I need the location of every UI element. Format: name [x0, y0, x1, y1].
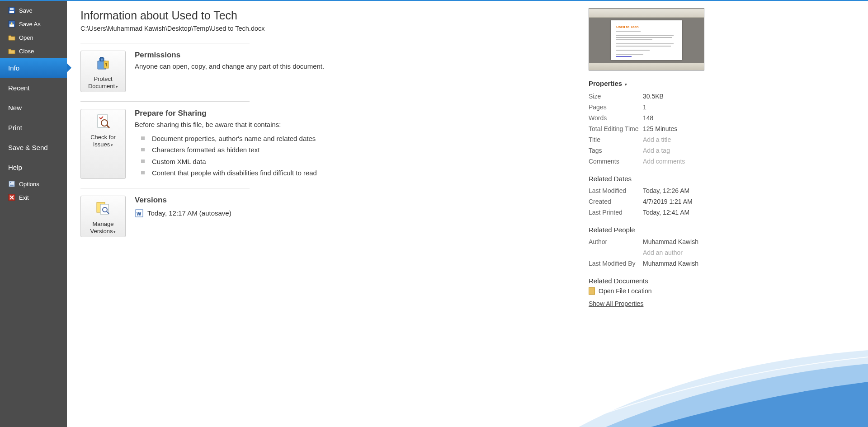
save-label: Save: [19, 7, 33, 14]
svg-text:W: W: [137, 211, 142, 216]
help-label: Help: [8, 164, 22, 171]
prop-pages: 1: [643, 103, 646, 111]
dropdown-icon: ▾: [111, 143, 113, 147]
open-label: Open: [19, 34, 33, 41]
permissions-section: Protect Document▾ Permissions Anyone can…: [80, 43, 575, 101]
versions-icon: [94, 200, 112, 218]
savesend-label: Save & Send: [8, 144, 48, 151]
options-menu[interactable]: Options: [0, 177, 67, 191]
manage-versions-button[interactable]: Manage Versions▾: [80, 196, 126, 237]
prop-title-input[interactable]: Add a title: [643, 136, 671, 143]
prop-comments-input[interactable]: Add comments: [643, 158, 685, 165]
close-label: Close: [19, 48, 34, 55]
dropdown-icon: ▾: [116, 84, 118, 89]
add-author-input[interactable]: Add an author: [643, 249, 683, 256]
savesend-tab[interactable]: Save & Send: [0, 137, 67, 157]
info-main: Information about Used to Tech C:\Users\…: [67, 1, 589, 427]
options-icon: [8, 180, 15, 188]
file-path: C:\Users\Muhammad Kawish\Desktop\Temp\Us…: [80, 25, 575, 32]
help-tab[interactable]: Help: [0, 157, 67, 177]
dropdown-icon: ▾: [113, 230, 116, 234]
new-label: New: [8, 104, 22, 112]
save-menu[interactable]: Save: [0, 4, 67, 17]
saveas-menu[interactable]: Save As: [0, 17, 67, 31]
protect-document-button[interactable]: Protect Document▾: [80, 51, 126, 92]
check-issues-button[interactable]: Check for Issues▾: [80, 109, 126, 179]
show-all-properties-link[interactable]: Show All Properties: [589, 300, 854, 307]
close-menu[interactable]: Close: [0, 44, 67, 58]
prepare-intro: Before sharing this file, be aware that …: [135, 120, 317, 130]
prop-size: 30.5KB: [643, 93, 664, 100]
prop-last-modified-by: Muhammad Kawish: [643, 260, 698, 267]
saveas-icon: [8, 20, 15, 28]
list-item: Custom XML data: [141, 156, 317, 168]
prop-edit-time: 125 Minutes: [643, 125, 677, 132]
backstage-sidebar: Save Save As Open Close Info Recent New …: [0, 1, 67, 427]
svg-rect-6: [10, 182, 11, 183]
prop-words: 148: [643, 114, 653, 122]
prop-tags-input[interactable]: Add a tag: [643, 147, 670, 154]
permissions-heading: Permissions: [135, 51, 324, 60]
svg-rect-13: [106, 64, 107, 66]
document-thumbnail[interactable]: Used to Tech: [589, 8, 704, 70]
inspect-document-icon: [94, 113, 112, 131]
prepare-heading: Prepare for Sharing: [135, 109, 317, 118]
list-item: Characters formatted as hidden text: [141, 144, 317, 156]
prop-author: Muhammad Kawish: [643, 238, 698, 245]
exit-icon: [8, 194, 15, 201]
properties-panel: Used to Tech Properties ▾ Size30.5KB Pag…: [589, 1, 868, 427]
open-folder-icon: [8, 34, 15, 41]
save-icon: [8, 7, 15, 14]
version-entry[interactable]: W Today, 12:17 AM (autosave): [135, 208, 231, 219]
exit-label: Exit: [19, 194, 29, 201]
new-tab[interactable]: New: [0, 98, 67, 117]
related-dates-header: Related Dates: [589, 175, 854, 183]
open-menu[interactable]: Open: [0, 31, 67, 44]
prop-last-printed: Today, 12:41 AM: [643, 209, 689, 216]
prop-last-modified: Today, 12:26 AM: [643, 187, 689, 194]
recent-label: Recent: [8, 84, 30, 92]
list-item: Document properties, author's name and r…: [141, 133, 317, 145]
svg-rect-7: [10, 184, 14, 184]
versions-heading: Versions: [135, 196, 231, 205]
shield-lock-icon: [94, 55, 112, 73]
prepare-list: Document properties, author's name and r…: [135, 133, 317, 179]
dropdown-icon: ▾: [625, 82, 627, 87]
versions-section: Manage Versions▾ Versions W Today, 12:17…: [80, 188, 575, 246]
properties-dropdown[interactable]: Properties ▾: [589, 80, 854, 87]
info-tab[interactable]: Info: [0, 58, 67, 78]
word-doc-icon: W: [135, 209, 144, 218]
saveas-label: Save As: [19, 21, 41, 28]
info-label: Info: [8, 64, 19, 72]
related-docs-header: Related Documents: [589, 277, 854, 285]
open-file-location[interactable]: Open File Location: [589, 287, 854, 295]
prepare-section: Check for Issues▾ Prepare for Sharing Be…: [80, 102, 575, 188]
svg-rect-2: [10, 8, 14, 10]
page-title: Information about Used to Tech: [80, 9, 575, 22]
print-label: Print: [8, 124, 22, 131]
recent-tab[interactable]: Recent: [0, 78, 67, 98]
prop-created: 4/7/2019 1:21 AM: [643, 198, 693, 205]
folder-icon: [589, 287, 595, 295]
related-people-header: Related People: [589, 226, 854, 234]
print-tab[interactable]: Print: [0, 117, 67, 137]
list-item: Content that people with disabilities fi…: [141, 167, 317, 179]
close-folder-icon: [8, 47, 15, 55]
svg-rect-8: [10, 185, 14, 186]
svg-rect-1: [9, 11, 14, 13]
permissions-text: Anyone can open, copy, and change any pa…: [135, 61, 324, 72]
exit-menu[interactable]: Exit: [0, 191, 67, 204]
options-label: Options: [19, 181, 39, 188]
